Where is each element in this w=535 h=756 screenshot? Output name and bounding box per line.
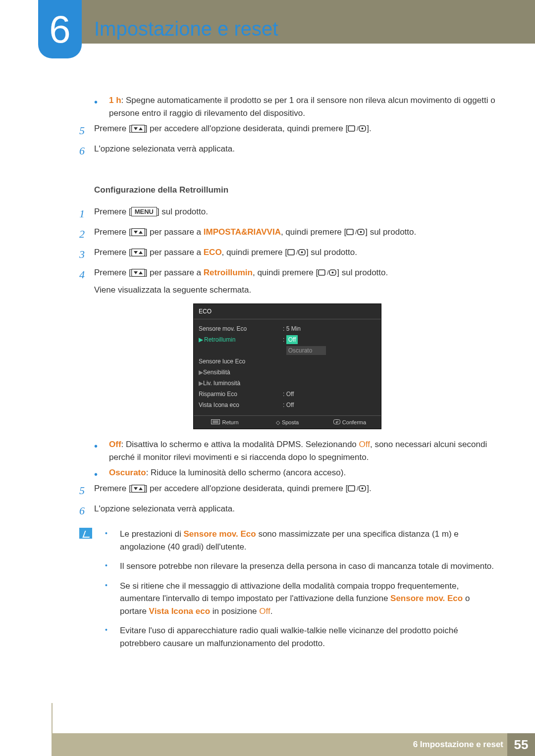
note-item-1: Le prestazioni di Sensore mov. Eco sono … [105, 528, 495, 553]
osd-footer-return: Return [194, 416, 256, 429]
osd-row: Sensore luce Eco [199, 356, 376, 367]
note-item-3: Se si ritiene che il messaggio di attiva… [105, 580, 495, 618]
svg-rect-24 [333, 419, 340, 424]
bullet-off: Off: Disattiva lo schermo e attiva la mo… [94, 438, 495, 463]
osd-row: Vista Icona eco: Off [199, 400, 376, 410]
bullet-1h-text: : Spegne automaticamente il prodotto se … [109, 96, 495, 118]
footer-page-number: 55 [507, 733, 535, 756]
bullet-dot-icon [94, 94, 109, 119]
note-block: Le prestazioni di Sensore mov. Eco sono … [79, 528, 495, 656]
sec3-step-6: 6 L'opzione selezionata verrà applicata. [79, 503, 495, 519]
sec2-step-2: 2 Premere [] per passare a IMPOSTA&RIAVV… [79, 226, 495, 242]
step-number: 5 [79, 482, 94, 499]
svg-rect-26 [348, 486, 355, 491]
updown-small-icon: ◇ [276, 419, 280, 425]
step-number: 6 [79, 503, 94, 519]
updown-icon [131, 248, 145, 260]
note-item-2: Il sensore potrebbe non rilevare la pres… [105, 560, 495, 573]
confirm-icon: / [346, 228, 365, 241]
step-number: 6 [79, 143, 94, 159]
svg-text:/: / [327, 269, 329, 276]
bullet-dot-icon [105, 528, 120, 553]
sec2-step-1: 1 Premere [MENU] sul prodotto. [79, 205, 495, 222]
sec1-step-5: 5 Premere [] per accedere all'opzione de… [79, 122, 495, 139]
svg-rect-5 [131, 228, 145, 236]
chapter-number-badge: 6 [38, 0, 82, 58]
osd-footer-enter: Conferma [319, 416, 381, 429]
svg-text:/: / [296, 249, 298, 256]
svg-text:/: / [355, 228, 357, 236]
osd-title: ECO [194, 304, 381, 319]
svg-rect-0 [131, 125, 145, 133]
updown-icon [131, 124, 145, 137]
confirm-icon: / [318, 268, 337, 281]
osd-row: ▶Sensibilità [199, 367, 376, 378]
bullet-1h: 1 h: Spegne automaticamente il prodotto … [94, 94, 495, 119]
confirm-icon: / [348, 124, 367, 137]
bullet-dot-icon [94, 438, 109, 463]
bullet-dot-icon [105, 624, 120, 650]
svg-point-4 [362, 128, 364, 130]
svg-point-29 [362, 488, 364, 490]
section-heading-retroillumin: Configurazione della Retroillumin [94, 184, 495, 197]
bullet-1h-label: 1 h [109, 96, 121, 105]
step-number: 4 [79, 266, 94, 297]
enter-small-icon [333, 419, 340, 425]
step-number: 3 [79, 246, 94, 262]
svg-point-9 [360, 231, 362, 233]
sec2-step-3: 3 Premere [] per passare a ECO, quindi p… [79, 246, 495, 262]
menu-key-small-icon [211, 419, 220, 425]
svg-text:/: / [357, 485, 359, 492]
svg-rect-25 [131, 485, 145, 493]
sec3-step-5: 5 Premere [] per accedere all'opzione de… [79, 482, 495, 499]
svg-rect-1 [348, 126, 355, 131]
sec1-step-6: 6 L'opzione selezionata verrà applicata. [79, 143, 495, 159]
bullet-oscurato: Oscurato: Riduce la luminosità dello sch… [94, 466, 495, 479]
menu-key-icon: MENU [131, 207, 157, 216]
updown-icon [131, 268, 145, 281]
osd-row: ▶Retroillumin: Off [199, 334, 376, 345]
svg-text:/: / [357, 125, 359, 132]
osd-footer-move: ◇Sposta [256, 416, 319, 429]
chapter-title: Impostazione e reset [94, 14, 278, 44]
step-number: 5 [79, 122, 94, 139]
step-number: 2 [79, 226, 94, 242]
svg-rect-6 [347, 229, 353, 235]
osd-row: Risparmio Eco: Off [199, 389, 376, 400]
footer-title: 6 Impostazione e reset [413, 738, 503, 751]
svg-rect-11 [288, 250, 294, 255]
confirm-icon: / [348, 484, 367, 497]
svg-rect-15 [131, 269, 145, 276]
page-content: 1 h: Spegne automaticamente il prodotto … [79, 94, 495, 656]
svg-point-19 [332, 271, 334, 273]
updown-icon [131, 484, 145, 497]
svg-point-14 [301, 251, 303, 253]
sec2-step-4: 4 Premere [] per passare a Retroillumin,… [79, 266, 495, 297]
updown-icon [131, 227, 145, 240]
step-number: 1 [79, 205, 94, 222]
confirm-icon: / [287, 248, 306, 261]
bullet-dot-icon [105, 560, 120, 573]
note-item-4: Evitare l'uso di apparecchiature radio q… [105, 624, 495, 650]
bullet-dot-icon [105, 580, 120, 618]
note-icon [79, 528, 105, 656]
osd-row: ▶Liv. luminosità [199, 378, 376, 389]
osd-menu-screenshot: ECO Sensore mov. Eco: 5 Min▶Retroillumin… [193, 303, 381, 430]
osd-row: Sensore mov. Eco: 5 Min [199, 323, 376, 334]
svg-rect-16 [319, 270, 325, 275]
osd-row: Oscurato [199, 345, 376, 356]
footer-band: 6 Impostazione e reset 55 [52, 733, 535, 756]
bullet-dot-icon [94, 466, 109, 479]
svg-rect-10 [131, 249, 145, 256]
